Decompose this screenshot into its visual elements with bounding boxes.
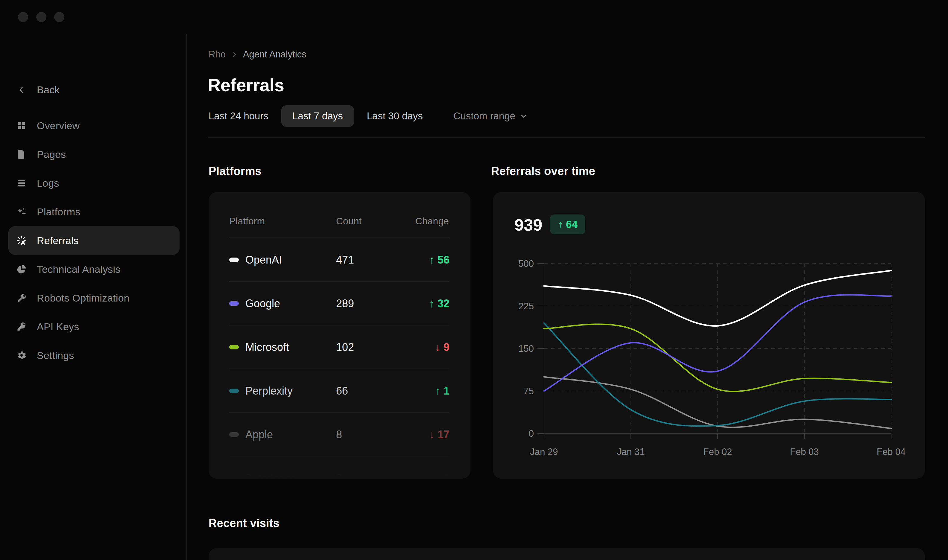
platforms-card: Platform Count Change OpenAI471↑ 56Googl… bbox=[209, 192, 470, 478]
tab-last-30-days[interactable]: Last 30 days bbox=[356, 105, 434, 127]
platform-name: Apple bbox=[245, 428, 273, 441]
minimize-button[interactable] bbox=[36, 12, 46, 22]
recent-visits-card bbox=[209, 548, 925, 560]
back-button[interactable]: Back bbox=[8, 75, 180, 104]
header-divider bbox=[208, 137, 925, 138]
platform-count: 66 bbox=[336, 385, 348, 397]
platform-count: 102 bbox=[336, 341, 354, 354]
platform-count: 471 bbox=[336, 254, 354, 266]
tab-label: Last 30 days bbox=[367, 111, 423, 122]
platform-color-chip bbox=[229, 301, 239, 306]
chevron-left-icon bbox=[15, 84, 28, 96]
sidebar-item-label: Settings bbox=[37, 350, 74, 362]
platform-count: 8 bbox=[336, 428, 342, 441]
gear-icon bbox=[15, 349, 28, 362]
svg-text:Feb 02: Feb 02 bbox=[703, 447, 732, 457]
sidebar-item-technical-analysis[interactable]: Technical Analysis bbox=[8, 255, 180, 284]
platform-name: OpenAI bbox=[245, 254, 282, 266]
svg-text:Feb 04: Feb 04 bbox=[877, 447, 906, 457]
wrench-icon bbox=[15, 292, 28, 304]
platforms-table-header: Platform Count Change bbox=[229, 210, 449, 232]
platform-row-openai[interactable]: OpenAI471↑ 56 bbox=[229, 238, 449, 282]
svg-text:0: 0 bbox=[529, 428, 534, 439]
sidebar-item-label: API Keys bbox=[37, 321, 79, 333]
sidebar: Back OverviewPagesLogsPlatformsReferrals… bbox=[0, 34, 186, 560]
sidebar-item-logs[interactable]: Logs bbox=[8, 169, 180, 197]
close-button[interactable] bbox=[18, 12, 28, 22]
back-label: Back bbox=[37, 84, 60, 96]
pie-chart-icon bbox=[15, 263, 28, 275]
referrals-chart-card: 939 ↑ 64 075150225500Jan 29Jan 31Feb 02F… bbox=[493, 192, 925, 478]
breadcrumb: Rho Agent Analytics bbox=[209, 48, 306, 61]
time-filter-tabs: Last 24 hoursLast 7 daysLast 30 daysCust… bbox=[209, 105, 539, 127]
sidebar-item-platforms[interactable]: Platforms bbox=[8, 197, 180, 226]
tab-last-24-hours[interactable]: Last 24 hours bbox=[209, 105, 280, 127]
sidebar-item-pages[interactable]: Pages bbox=[8, 140, 180, 169]
chart-heading: Referrals over time bbox=[491, 165, 595, 178]
zoom-button[interactable] bbox=[54, 12, 64, 22]
platforms-heading: Platforms bbox=[209, 165, 262, 178]
sidebar-item-label: Overview bbox=[37, 120, 80, 132]
platform-color-chip bbox=[229, 345, 239, 349]
platform-row-bytedance[interactable]: Bytedance3↑ 1 bbox=[229, 457, 449, 478]
sparkles-icon bbox=[15, 206, 28, 218]
sidebar-item-label: Robots Optimization bbox=[37, 292, 129, 304]
platform-row-perplexity[interactable]: Perplexity66↑ 1 bbox=[229, 369, 449, 413]
recent-visits-heading: Recent visits bbox=[209, 517, 280, 530]
sidebar-item-label: Referrals bbox=[37, 235, 79, 246]
platform-row-google[interactable]: Google289↑ 32 bbox=[229, 282, 449, 325]
sidebar-item-api-keys[interactable]: API Keys bbox=[8, 312, 180, 341]
column-platform: Platform bbox=[229, 216, 265, 227]
chevron-down-icon bbox=[520, 112, 528, 120]
svg-text:Feb 03: Feb 03 bbox=[790, 447, 819, 457]
tab-custom-range[interactable]: Custom range bbox=[442, 105, 539, 127]
platform-name: Google bbox=[245, 297, 280, 310]
key-icon bbox=[15, 321, 28, 333]
platform-color-chip bbox=[229, 432, 239, 437]
svg-text:150: 150 bbox=[518, 343, 534, 354]
platforms-table-body: OpenAI471↑ 56Google289↑ 32Microsoft102↓ … bbox=[209, 238, 470, 478]
svg-text:225: 225 bbox=[518, 301, 534, 311]
tab-label: Last 7 days bbox=[292, 111, 343, 122]
chevron-right-icon bbox=[231, 51, 238, 58]
svg-text:Jan 29: Jan 29 bbox=[530, 447, 558, 457]
line-chart: 075150225500Jan 29Jan 31Feb 02Feb 03Feb … bbox=[493, 192, 925, 478]
platform-row-microsoft[interactable]: Microsoft102↓ 9 bbox=[229, 325, 449, 369]
platform-change: ↑ 56 bbox=[429, 254, 449, 266]
sidebar-nav: OverviewPagesLogsPlatformsReferralsTechn… bbox=[8, 111, 180, 370]
svg-text:Jan 31: Jan 31 bbox=[617, 447, 645, 457]
platform-count: 289 bbox=[336, 297, 354, 310]
breadcrumb-page[interactable]: Agent Analytics bbox=[243, 49, 306, 60]
svg-text:75: 75 bbox=[524, 386, 534, 396]
platform-change: ↑ 1 bbox=[435, 385, 449, 397]
sidebar-item-label: Platforms bbox=[37, 206, 80, 218]
page-title: Referrals bbox=[208, 75, 284, 95]
sidebar-item-label: Technical Analysis bbox=[37, 263, 121, 275]
svg-text:500: 500 bbox=[518, 258, 534, 269]
platform-row-apple[interactable]: Apple8↓ 17 bbox=[229, 413, 449, 457]
sidebar-item-referrals[interactable]: Referrals bbox=[8, 226, 180, 255]
column-change: Change bbox=[416, 216, 449, 227]
breadcrumb-root[interactable]: Rho bbox=[209, 49, 226, 60]
grid-icon bbox=[15, 120, 28, 132]
sidebar-item-overview[interactable]: Overview bbox=[8, 111, 180, 140]
sidebar-item-robots-optimization[interactable]: Robots Optimization bbox=[8, 284, 180, 312]
platform-change: ↓ 17 bbox=[429, 428, 449, 441]
platform-color-chip bbox=[229, 389, 239, 393]
chart-canvas: 075150225500Jan 29Jan 31Feb 02Feb 03Feb … bbox=[493, 192, 925, 478]
document-icon bbox=[15, 148, 28, 160]
tab-label: Last 24 hours bbox=[209, 111, 268, 122]
platform-name: Perplexity bbox=[245, 385, 292, 397]
sidebar-item-settings[interactable]: Settings bbox=[8, 341, 180, 370]
list-icon bbox=[15, 177, 28, 189]
platform-color-chip bbox=[229, 476, 239, 478]
sidebar-item-label: Pages bbox=[37, 149, 66, 160]
platform-color-chip bbox=[229, 258, 239, 262]
platform-name: Microsoft bbox=[245, 341, 289, 354]
sidebar-divider bbox=[186, 34, 187, 560]
platform-change: ↑ 32 bbox=[429, 297, 449, 310]
platform-count: 3 bbox=[336, 472, 342, 478]
spinner-cursor-icon bbox=[15, 235, 28, 246]
tab-last-7-days[interactable]: Last 7 days bbox=[281, 105, 354, 127]
app-window: Back OverviewPagesLogsPlatformsReferrals… bbox=[0, 0, 948, 560]
